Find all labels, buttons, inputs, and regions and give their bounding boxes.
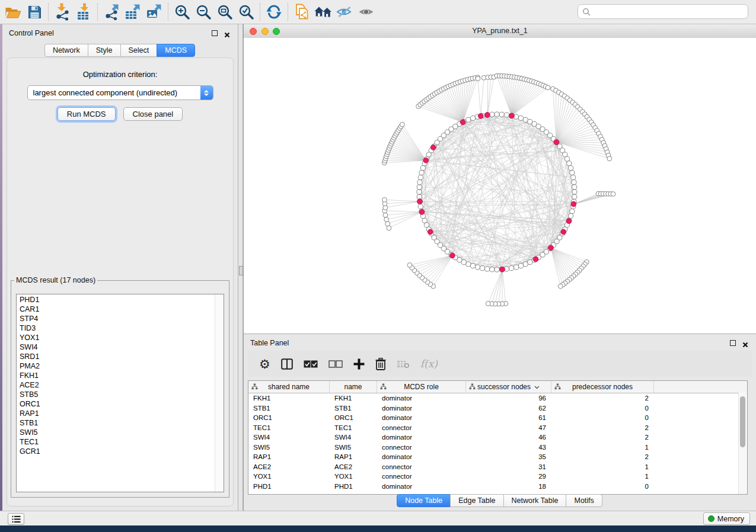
search-input[interactable] [593, 7, 748, 17]
mcds-result-item[interactable]: FKH1 [20, 371, 224, 380]
mcds-buttons: Run MCDS Close panel [7, 107, 233, 121]
mcds-result-item[interactable]: SWI5 [20, 428, 224, 437]
network-window-titlebar[interactable]: YPA_prune.txt_1 [244, 24, 756, 39]
hide-selected-button[interactable] [334, 2, 355, 22]
tab-select[interactable]: Select [120, 44, 158, 57]
table-row[interactable]: TEC1TEC1connector472 [248, 423, 747, 433]
mcds-result-list[interactable]: PHD1CAR1STP4TID3YOX1SWI4SRD1PMA2FKH1ACE2… [16, 294, 224, 492]
optimization-dropdown[interactable]: largest connected component (undirected) [27, 85, 213, 100]
control-panel: Control Panel NetworkStyleSelectMCDS Opt… [2, 24, 238, 511]
float-panel-icon[interactable] [212, 30, 218, 36]
mcds-result-item[interactable]: ACE2 [20, 380, 224, 390]
minimize-window-button[interactable] [261, 28, 269, 35]
table-row[interactable]: STB1STB1dominator620 [248, 403, 747, 414]
export-image-button[interactable] [143, 2, 165, 22]
table-row[interactable]: SWI4SWI4dominator462 [248, 432, 747, 443]
close-table-panel-icon[interactable] [742, 339, 748, 350]
memory-button[interactable]: Memory [703, 512, 750, 525]
column-header-successor-nodes[interactable]: successor nodes [466, 381, 551, 393]
show-panels-button[interactable] [8, 513, 24, 525]
hierarchy-icon [469, 383, 476, 392]
show-column-button[interactable] [281, 358, 293, 370]
mcds-result-item[interactable]: GCR1 [20, 447, 224, 456]
memory-status-dot [708, 515, 714, 522]
show-all-button[interactable] [355, 2, 377, 22]
table-row[interactable]: YOX1YOX1connector291 [248, 472, 747, 482]
table-row[interactable]: ORC1ORC1dominator610 [248, 413, 747, 423]
control-panel-tabs: NetworkStyleSelectMCDS [2, 44, 238, 57]
column-header-shared-name[interactable]: shared name [248, 381, 330, 393]
open-folder-icon [5, 5, 21, 19]
scrollbar-thumb[interactable] [740, 396, 745, 447]
close-panel-icon[interactable] [224, 30, 230, 40]
result-list-scrollbar[interactable] [215, 294, 224, 492]
zoom-selected-button[interactable] [235, 2, 257, 22]
mcds-result-item[interactable]: PHD1 [20, 295, 224, 305]
zoom-in-button[interactable] [171, 2, 193, 22]
mcds-result-item[interactable]: CAR1 [20, 305, 224, 314]
mcds-result-item[interactable]: STP4 [20, 314, 224, 323]
add-column-button[interactable] [353, 358, 365, 370]
import-table-icon [76, 3, 92, 21]
refresh-layout-button[interactable] [263, 2, 285, 22]
tab-style[interactable]: Style [88, 44, 121, 57]
tab-network-table[interactable]: Network Table [503, 494, 567, 507]
tab-network[interactable]: Network [44, 44, 88, 57]
splitter-handle[interactable] [239, 266, 243, 275]
tab-motifs[interactable]: Motifs [566, 494, 602, 507]
table-row[interactable]: ACE2ACE2connector311 [248, 462, 747, 472]
close-window-button[interactable] [250, 28, 257, 35]
table-row[interactable]: SWI5SWI5connector431 [248, 443, 747, 453]
mcds-result-item[interactable]: YOX1 [20, 333, 224, 342]
mcds-result-item[interactable]: PMA2 [20, 361, 224, 371]
table-settings-button[interactable]: ⚙ [259, 358, 270, 370]
mcds-result-item[interactable]: RAP1 [20, 409, 224, 418]
network-window: YPA_prune.txt_1 [243, 24, 756, 334]
zoom-fit-button[interactable] [214, 2, 235, 22]
export-table-button[interactable] [122, 2, 143, 22]
network-graph[interactable] [244, 38, 755, 334]
run-mcds-button[interactable]: Run MCDS [58, 107, 116, 121]
zoom-out-button[interactable] [193, 2, 214, 22]
maximize-window-button[interactable] [273, 28, 280, 35]
hierarchy-icon [251, 383, 258, 392]
network-canvas[interactable] [244, 38, 756, 334]
mcds-result-item[interactable]: SWI4 [20, 342, 224, 352]
table-scrollbar[interactable] [738, 393, 747, 494]
column-header-name[interactable]: name [330, 381, 377, 393]
column-header-MCDS-role[interactable]: MCDS role [377, 381, 466, 393]
toolbar-separator [288, 3, 288, 21]
tab-node-table[interactable]: Node Table [397, 494, 451, 507]
first-neighbors-button[interactable] [312, 2, 334, 22]
table-row[interactable]: FKH1FKH1dominator962 [248, 393, 747, 403]
delete-column-button[interactable] [375, 358, 386, 370]
export-network-icon [104, 4, 120, 20]
close-panel-button[interactable]: Close panel [123, 107, 183, 121]
function-builder-button-disabled: f(x) [420, 358, 438, 370]
vertical-splitter[interactable] [238, 24, 243, 511]
tab-edge-table[interactable]: Edge Table [450, 494, 503, 507]
search-box[interactable] [578, 4, 748, 19]
table-row[interactable]: PHD1PHD1dominator180 [248, 482, 747, 492]
mcds-result-item[interactable]: STB1 [20, 418, 224, 428]
select-all-button[interactable] [304, 360, 318, 368]
mcds-result-item[interactable]: ORC1 [20, 399, 224, 409]
import-network-button[interactable] [52, 2, 73, 22]
dropdown-value: largest connected component (undirected) [28, 86, 213, 100]
control-panel-header: Control Panel [2, 24, 238, 41]
duplicate-network-button[interactable] [291, 2, 312, 22]
import-table-button[interactable] [73, 2, 94, 22]
float-table-panel-icon[interactable] [730, 340, 736, 346]
export-network-button[interactable] [101, 2, 122, 22]
mcds-result-item[interactable]: STB5 [20, 390, 224, 399]
import-network-icon [55, 3, 71, 21]
save-session-button[interactable] [24, 2, 45, 22]
tab-mcds[interactable]: MCDS [157, 44, 195, 57]
deselect-all-button[interactable] [328, 360, 343, 368]
mcds-result-item[interactable]: SRD1 [20, 352, 224, 361]
table-row[interactable]: RAP1RAP1dominator352 [248, 452, 747, 462]
open-file-button[interactable] [2, 2, 24, 22]
mcds-result-item[interactable]: TID3 [20, 323, 224, 333]
mcds-result-item[interactable]: TEC1 [20, 437, 224, 447]
column-header-predecessor-nodes[interactable]: predecessor nodes [551, 381, 654, 393]
